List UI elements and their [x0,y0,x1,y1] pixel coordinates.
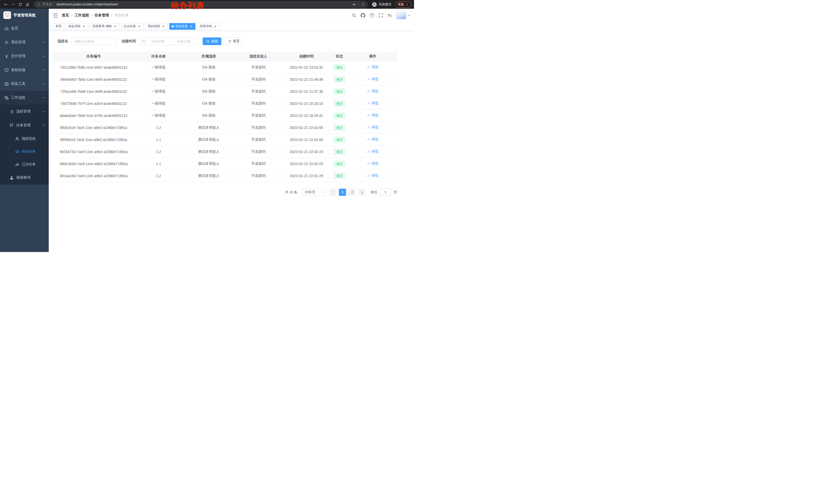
table-row: 069c6a63-7b8a-11ec-8ef0-acde48001122一级审批… [54,73,397,85]
sidebar-item-todo-tasks[interactable]: 待办任务 [0,145,49,158]
sidebar-item-label: 工作流程 [11,95,26,100]
approve-link[interactable]: 审批 [367,113,379,118]
sidebar-item-home[interactable]: 首页 [0,21,49,35]
sidebar-item-leave-query[interactable]: 请假查询 [0,171,49,185]
approve-link[interactable]: 审批 [367,161,379,166]
edit-icon [367,162,370,165]
column-header: 任务编号 [54,52,133,61]
sidebar-item-infrastructure[interactable]: 基础设施 [0,63,49,77]
app-logo-row[interactable]: 芋道管理系统 [0,9,49,21]
approve-link-label: 审批 [371,113,379,118]
browser-menu-icon[interactable]: ⋮ [406,3,409,6]
breadcrumb-item[interactable]: 任务管理 [95,13,109,18]
caret-down-icon[interactable]: ▾ [408,14,410,17]
reset-icon [228,40,232,43]
breadcrumb: 首页/工作流程/任务管理/待办任务 [62,13,129,18]
collapse-sidebar-icon[interactable] [53,13,58,18]
sidebar-item-my-process[interactable]: 我的流程 [0,132,49,145]
tab-close-icon[interactable]: × [189,25,193,28]
approve-link[interactable]: 审批 [367,77,379,82]
reset-button[interactable]: 重置 [224,37,243,45]
process-cell: OA 请假 [184,109,234,122]
password-key-icon[interactable] [351,1,358,8]
task-id-cell: a6aba0a4-7b6d-11ec-b781-acde48001122 [54,109,133,122]
tab-start-process[interactable]: 发起流程× [66,23,88,30]
address-bar[interactable]: ⚠ 不安全 dashboard.yudao.iocoder.cn/bpm/tas… [34,1,368,8]
github-icon[interactable] [361,13,365,18]
approve-link-label: 审批 [371,173,379,178]
monitor-icon [4,68,9,72]
process-cell: OA 请假 [184,73,234,85]
tab-todo-tasks[interactable]: 待办任务× [169,23,196,30]
page-button-2[interactable]: 2 [348,189,356,196]
next-page-button[interactable]: › [358,189,366,196]
status-badge: 激活 [334,149,345,154]
yen-icon [4,54,9,58]
update-label: 更新 [398,2,404,7]
start-date-input[interactable] [146,40,169,43]
task-name-cell: 一级审批 [133,73,184,85]
approve-link-label: 审批 [371,101,379,106]
sidebar-item-task-management[interactable]: 任务管理 [0,119,49,132]
incognito-badge: 无痕模式 [372,2,391,7]
tab-close-icon[interactable]: × [82,25,86,28]
goto-page-input[interactable] [380,189,391,196]
tab-process-detail[interactable]: 流程详情× [197,23,219,30]
action-cell: 审批 [348,61,397,73]
tab-close-icon[interactable]: × [113,25,117,28]
search-button[interactable]: 搜索 [203,37,221,45]
sidebar-item-dev-tools[interactable]: 研发工具 [0,77,49,91]
fullscreen-icon[interactable] [379,13,383,18]
sidebar-item-workflow[interactable]: 工作流程 [0,91,49,104]
tab-close-icon[interactable]: × [137,25,141,28]
sidebar-item-process-management[interactable]: 流程管理 [0,104,49,119]
breadcrumb-item[interactable]: 工作流程 [75,13,89,18]
bookmark-star-icon[interactable]: ☆ [360,1,366,8]
page-size-select[interactable]: 10条/页 ▾ [302,189,327,196]
sidebar-item-done-tasks[interactable]: 已办任务 [0,158,49,171]
approve-link[interactable]: 审批 [367,125,379,130]
initiator-cell: 芋道源码 [234,122,283,134]
sidebar-menu: 首页系统管理支付管理基础设施研发工具工作流程流程管理任务管理我的流程待办任务已办… [0,21,49,185]
sidebar-item-system-management[interactable]: 系统管理 [0,35,49,49]
prev-page-button[interactable]: ‹ [329,189,336,196]
search-icon[interactable] [352,13,356,18]
avatar[interactable] [396,11,406,19]
process-name-input[interactable] [71,37,117,45]
create-time-cell: 2022-01-21 22:42:23 [283,158,330,170]
approve-link-label: 审批 [371,89,379,94]
tab-close-icon[interactable]: × [213,25,217,28]
action-cell: 审批 [348,146,397,158]
browser-refresh-button[interactable] [17,1,24,8]
help-icon[interactable]: ? [370,13,374,18]
action-cell: 审批 [348,134,397,146]
approve-link[interactable]: 审批 [367,65,379,70]
tab-my-process[interactable]: 我的流程× [145,23,168,30]
font-size-icon[interactable]: TT [387,13,392,18]
date-range-picker[interactable]: - [139,37,198,45]
tab-home[interactable]: 首页 [53,23,64,30]
tab-form-edit[interactable]: 流程表单-编辑× [90,23,120,30]
approve-link-label: 审批 [371,65,379,70]
sidebar-item-label: 流程管理 [16,109,31,114]
status-cell: 激活 [330,97,348,109]
browser-update-button[interactable]: 更新 ⋮ [395,1,411,8]
action-cell: 审批 [348,97,397,109]
approve-link[interactable]: 审批 [367,137,379,142]
status-badge: 激活 [334,77,345,82]
tab-close-icon[interactable]: × [162,25,165,28]
list-icon [9,109,14,114]
browser-back-button[interactable]: ← [3,1,9,8]
browser-forward-button[interactable]: → [10,1,16,8]
end-date-input[interactable] [172,40,196,43]
browser-home-button[interactable] [24,1,31,8]
breadcrumb-item[interactable]: 首页 [62,13,69,18]
sidebar-item-payment-management[interactable]: 支付管理 [0,49,49,63]
approve-link[interactable]: 审批 [367,149,379,154]
approve-link[interactable]: 审批 [367,173,379,178]
approve-link[interactable]: 审批 [367,89,379,94]
status-badge: 激活 [334,89,345,94]
page-button-1[interactable]: 1 [339,189,346,196]
tab-done-tasks[interactable]: 已办任务× [121,23,143,30]
approve-link[interactable]: 审批 [367,101,379,106]
